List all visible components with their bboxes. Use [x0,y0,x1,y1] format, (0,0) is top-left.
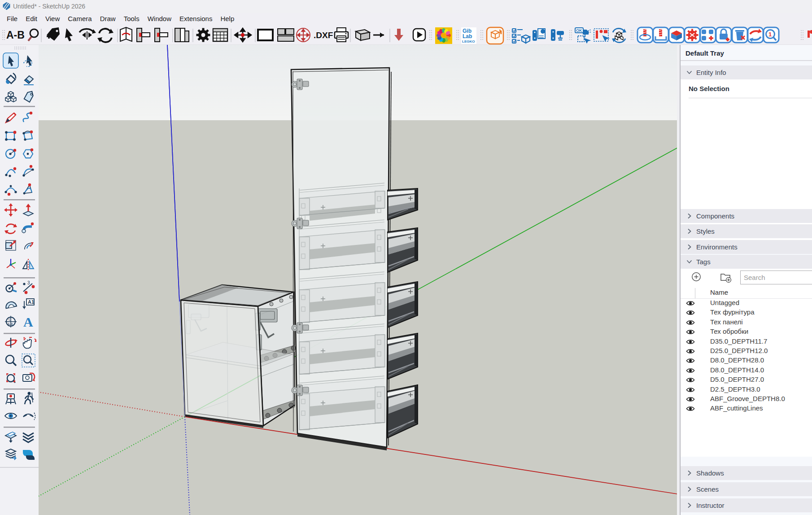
svg-text:A1: A1 [28,299,34,305]
svg-text:1: 1 [768,31,772,38]
svg-text:3: 3 [27,280,30,285]
svg-text:C: C [9,318,11,322]
svg-text:LEGKO: LEGKO [462,39,475,44]
svg-text:A: A [23,314,33,329]
svg-text:Lab: Lab [463,33,472,39]
svg-text:A-B: A-B [8,323,13,326]
svg-text:OK: OK [576,28,582,33]
svg-text:.DXF: .DXF [314,31,333,40]
svg-text:A-B: A-B [6,29,25,41]
